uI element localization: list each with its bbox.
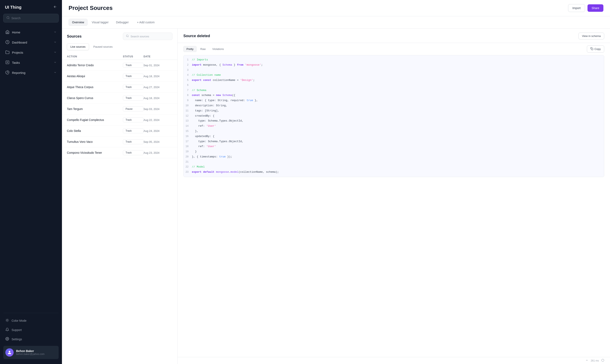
status-badge: Track xyxy=(123,85,144,90)
tab-overview[interactable]: Overview xyxy=(68,19,88,26)
action-name: Atque Theca Corpus xyxy=(67,85,123,89)
sidebar-header: UI Thing xyxy=(3,5,59,10)
line-number: 22 xyxy=(184,165,192,169)
svg-point-0 xyxy=(7,16,9,19)
code-tab-pretty[interactable]: Pretty xyxy=(183,46,197,52)
search-sources-container[interactable] xyxy=(123,33,172,40)
copy-button[interactable]: Copy xyxy=(587,45,604,53)
add-custom-button[interactable]: + Add custom xyxy=(134,19,158,26)
line-content: // Imports xyxy=(192,58,604,62)
chevron-down-icon xyxy=(54,31,56,34)
sources-rows: Admitto Terror Credo Track Sep 01, 2024 … xyxy=(62,60,177,158)
sidebar-bottom: Color Mode Support Settings xyxy=(3,313,59,359)
sidebar-item-home-label: Home xyxy=(12,31,20,34)
line-number: 6 xyxy=(184,83,192,87)
table-row[interactable]: Clarus Spero Currus Track Aug 18, 2024 xyxy=(62,93,177,104)
code-panel-title: Source deleted xyxy=(183,34,210,38)
search-sources-icon xyxy=(126,34,129,38)
action-name: Admitto Terror Credo xyxy=(67,64,123,67)
sidebar-item-tasks[interactable]: Tasks xyxy=(3,58,59,67)
status-badge: Pause xyxy=(123,106,144,111)
import-button[interactable]: Import xyxy=(568,4,585,12)
action-name: Colo Stella xyxy=(67,129,123,132)
search-container[interactable] xyxy=(3,14,59,23)
line-content: }, xyxy=(192,129,604,133)
line-content: export const collectionName = 'Design'; xyxy=(192,78,604,83)
tabs-bar: Overview Visual tagger Debugger + Add cu… xyxy=(62,16,610,28)
line-number: 10 xyxy=(184,104,192,108)
share-button[interactable]: Share xyxy=(587,4,603,12)
back-icon[interactable] xyxy=(53,5,57,10)
table-header: Action Status Date xyxy=(62,53,177,60)
search-icon xyxy=(6,16,10,20)
status-badge: Track xyxy=(123,117,144,122)
chevron-down-icon-3 xyxy=(54,51,56,54)
paused-sources-tab[interactable]: Paused sources xyxy=(90,43,116,50)
code-line: 9 name: { type: String, required: true }… xyxy=(184,98,604,103)
reporting-icon xyxy=(5,70,10,75)
sources-header: Sources xyxy=(62,28,177,43)
line-content: } xyxy=(192,150,604,154)
sidebar-item-dashboard[interactable]: Dashboard xyxy=(3,38,59,47)
dashboard-icon xyxy=(5,40,10,45)
line-content: }, { timestamps: true }); xyxy=(192,155,604,159)
sidebar-item-settings[interactable]: Settings xyxy=(3,335,59,343)
line-number: 2 xyxy=(184,63,192,67)
code-line: 11 tags: [String], xyxy=(184,108,604,114)
tab-debugger[interactable]: Debugger xyxy=(113,19,132,26)
chevron-down-icon-5 xyxy=(54,71,56,75)
date-cell: Sep 05, 2024 xyxy=(144,140,172,143)
code-line: 18 ref: 'User' xyxy=(184,144,604,149)
table-row[interactable]: Atque Theca Corpus Track Aug 27, 2024 xyxy=(62,82,177,93)
status-badge: Track xyxy=(123,96,144,101)
table-row[interactable]: Tumultus Voro Vaco Track Sep 05, 2024 xyxy=(62,136,177,147)
line-content: updatedBy: { xyxy=(192,134,604,139)
code-line: 13 type: Schema.Types.ObjectId, xyxy=(184,118,604,124)
table-row[interactable]: Tam Tergum Pause Sep 03, 2024 xyxy=(62,104,177,115)
code-line: 10 description: String, xyxy=(184,103,604,108)
user-info: Behon Baker behon.baker@yahoo.com xyxy=(16,349,56,356)
code-line: 20}, { timestamps: true }); xyxy=(184,154,604,159)
line-number: 8 xyxy=(184,93,192,97)
code-tab-violations[interactable]: Violations xyxy=(209,46,227,52)
status-time: 261 ms xyxy=(591,359,599,362)
search-sources-input[interactable] xyxy=(131,35,169,38)
line-content: // Model xyxy=(192,165,604,169)
table-row[interactable]: Aestas Alioqui Track Aug 18, 2024 xyxy=(62,71,177,82)
line-number: 13 xyxy=(184,119,192,123)
svg-point-14 xyxy=(126,35,128,37)
code-line: 7// Schema xyxy=(184,88,604,93)
table-row[interactable]: Admitto Terror Credo Track Sep 01, 2024 xyxy=(62,60,177,71)
search-input[interactable] xyxy=(11,16,55,20)
sidebar-item-support[interactable]: Support xyxy=(3,326,59,334)
user-profile[interactable]: Behon Baker behon.baker@yahoo.com xyxy=(3,346,59,359)
tasks-icon xyxy=(5,60,10,65)
action-name: Tam Tergum xyxy=(67,107,123,111)
table-row[interactable]: Colo Stella Track Aug 24, 2024 xyxy=(62,125,177,136)
sources-table: Action Status Date Admitto Terror Credo … xyxy=(62,53,177,364)
sidebar-item-projects-label: Projects xyxy=(12,51,23,54)
code-line: 22// Model xyxy=(184,164,604,170)
col-action: Action xyxy=(67,55,123,58)
sidebar-item-reporting[interactable]: Reporting xyxy=(3,68,59,78)
col-status: Status xyxy=(123,55,144,58)
code-line: 2import mongoose, { Schema } from 'mongo… xyxy=(184,63,604,68)
code-tab-raw[interactable]: Raw xyxy=(197,46,209,52)
code-toolbar: Pretty Raw Violations Copy xyxy=(177,43,610,55)
user-name: Behon Baker xyxy=(16,349,56,353)
copy-label: Copy xyxy=(595,47,601,51)
live-sources-tab[interactable]: Live sources xyxy=(67,43,89,50)
sidebar-item-color-mode[interactable]: Color Mode xyxy=(3,316,59,325)
view-schema-button[interactable]: View in schema xyxy=(578,33,604,39)
sidebar-item-home[interactable]: Home xyxy=(3,27,59,37)
table-row[interactable]: Compello Fugiat Complectus Track Aug 22,… xyxy=(62,115,177,125)
svg-point-16 xyxy=(602,359,604,362)
date-cell: Aug 22, 2024 xyxy=(144,118,172,122)
content-area: Sources Live sources Paused sources Acti… xyxy=(62,28,610,364)
table-row[interactable]: Compono Vicissitudo Tener Track Aug 23, … xyxy=(62,147,177,158)
sidebar-item-projects[interactable]: Projects xyxy=(3,48,59,57)
tab-visual-tagger[interactable]: Visual tagger xyxy=(88,19,112,26)
circle-icon xyxy=(601,359,604,362)
code-line: 8const schema = new Schema({ xyxy=(184,93,604,98)
line-content: tags: [String], xyxy=(192,109,604,113)
